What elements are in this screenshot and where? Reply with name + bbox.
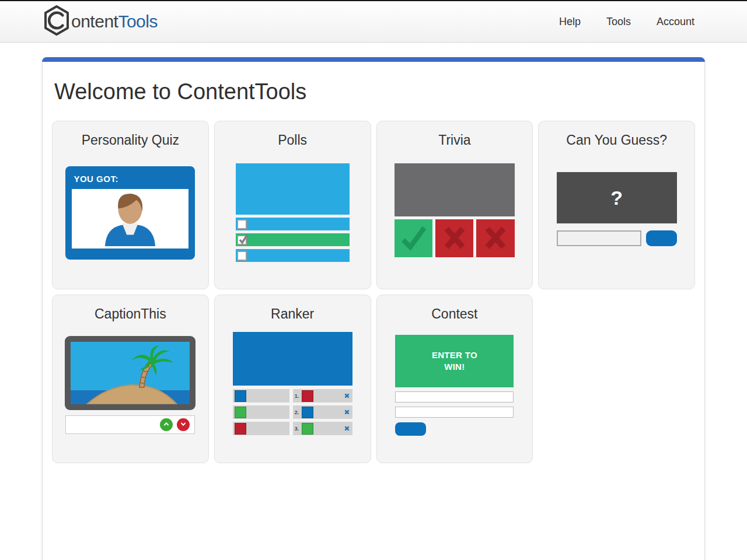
chevron-down-icon [180, 419, 187, 430]
ranker-thumbnail: 1. 2. [233, 332, 352, 438]
caption-photo-frame [65, 336, 196, 410]
remove-x-icon [344, 410, 350, 415]
trivia-wrong-answer [435, 219, 473, 257]
ranker-header-block [233, 332, 352, 386]
ranker-choice-row [233, 389, 289, 402]
contest-submit-button [395, 422, 426, 436]
mystery-image-block: ? [557, 172, 677, 223]
guess-input [557, 230, 641, 246]
nav-links: Help Tools Account [559, 16, 694, 28]
person-avatar [96, 191, 165, 249]
card-title-caption-this: CaptionThis [53, 306, 208, 322]
ranker-ranked-row: 2. [293, 405, 352, 419]
ranker-columns: 1. 2. [233, 389, 352, 438]
ranked-swatch-green [302, 423, 313, 435]
guess-submit-button [646, 230, 677, 246]
guess-entry-row [557, 230, 677, 246]
poll-option-row-selected [236, 233, 350, 246]
card-title-trivia: Trivia [377, 132, 533, 148]
can-you-guess-thumbnail: ? [557, 172, 677, 246]
remove-x-icon [344, 393, 350, 398]
choice-swatch-green [235, 407, 246, 418]
card-personality-quiz[interactable]: Personality Quiz YOU GOT: [52, 121, 209, 289]
brand-name: ontentTools [71, 12, 158, 32]
trivia-question-block [395, 163, 515, 216]
card-title-contest: Contest [377, 306, 533, 322]
card-polls[interactable]: Polls [214, 121, 371, 289]
brand-name-content: ontent [71, 12, 118, 31]
checkbox-checked-icon [237, 235, 247, 245]
ranked-swatch-blue [302, 407, 313, 418]
poll-option-row [236, 218, 350, 230]
choice-swatch-blue [235, 390, 246, 402]
card-can-you-guess[interactable]: Can You Guess? ? [538, 121, 695, 289]
card-contest[interactable]: Contest ENTER TO WIN! [376, 295, 533, 463]
ranker-choices-column [233, 389, 289, 438]
hexagon-c-logo-icon [44, 5, 69, 38]
nav-link-account[interactable]: Account [657, 16, 694, 28]
polls-thumbnail [236, 163, 350, 262]
ranker-choice-row [233, 422, 289, 435]
you-got-label: YOU GOT: [65, 166, 195, 184]
nav-link-tools[interactable]: Tools [606, 16, 631, 28]
card-caption-this[interactable]: CaptionThis [52, 295, 209, 463]
poll-option-row [236, 249, 350, 262]
caption-input-bar [65, 415, 195, 434]
navbar: ontentTools Help Tools Account [0, 1, 747, 43]
card-ranker[interactable]: Ranker 1. [214, 295, 371, 463]
downvote-button [177, 418, 190, 431]
rank-number: 1. [295, 393, 299, 399]
trivia-correct-answer [395, 219, 432, 257]
remove-x-icon [344, 426, 350, 431]
trivia-wrong-answer [476, 219, 514, 257]
x-mark-icon [483, 225, 508, 253]
card-title-can-you-guess: Can You Guess? [539, 132, 694, 148]
ranker-ranked-column: 1. 2. [293, 389, 352, 438]
card-trivia[interactable]: Trivia [376, 121, 533, 289]
page-title: Welcome to ContentTools [43, 62, 704, 104]
chevron-up-icon [163, 419, 170, 430]
personality-result-photo [72, 189, 189, 249]
island-scene-image [71, 396, 190, 406]
rank-number: 3. [295, 426, 299, 432]
poll-question-block [236, 163, 350, 215]
contest-banner: ENTER TO WIN! [395, 335, 514, 387]
contest-thumbnail: ENTER TO WIN! [395, 335, 514, 436]
ranked-swatch-red [302, 390, 313, 402]
trivia-thumbnail [395, 163, 515, 257]
enter-to-win-text: ENTER TO WIN! [421, 349, 488, 373]
contest-entry-field [395, 391, 514, 402]
card-title-polls: Polls [215, 132, 371, 148]
ranker-ranked-row: 1. [293, 389, 352, 402]
checkbox-unchecked-icon [237, 251, 247, 261]
contest-entry-field [395, 407, 514, 418]
panel-accent-bar [42, 57, 705, 62]
choice-swatch-red [235, 423, 246, 435]
ranker-choice-row [233, 405, 289, 419]
checkmark-icon [400, 223, 428, 254]
personality-quiz-thumbnail: YOU GOT: [65, 166, 195, 260]
nav-link-help[interactable]: Help [559, 16, 581, 28]
main-panel: Welcome to ContentTools Personality Quiz… [42, 57, 705, 560]
tool-cards-grid: Personality Quiz YOU GOT: Poll [43, 121, 704, 463]
ranker-ranked-row: 3. [293, 422, 352, 435]
question-mark: ? [610, 187, 623, 209]
card-title-ranker: Ranker [215, 306, 371, 322]
x-mark-icon [442, 225, 467, 253]
card-title-personality-quiz: Personality Quiz [53, 132, 208, 148]
rank-number: 2. [295, 410, 299, 415]
upvote-button [160, 418, 173, 431]
trivia-answers-row [395, 219, 515, 257]
brand-logo[interactable]: ontentTools [44, 5, 158, 38]
checkbox-unchecked-icon [237, 219, 247, 229]
brand-name-tools: Tools [118, 12, 158, 31]
